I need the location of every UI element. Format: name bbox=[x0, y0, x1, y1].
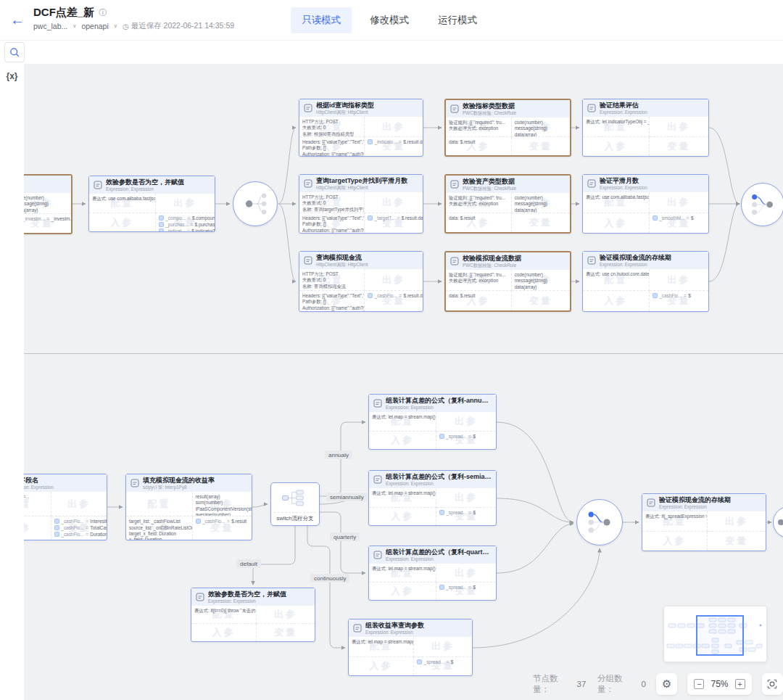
switch-node-label: switch流程分支 bbox=[274, 512, 316, 522]
node-expr-spread-semiannually[interactable]: 组装计算点差的公式（复利-semiannually） Expression: E… bbox=[368, 470, 497, 526]
variables-icon[interactable]: {x} bbox=[6, 71, 17, 700]
node-input-quadrant: 入参 target_list: _cashFlowListsource_list… bbox=[126, 516, 193, 540]
node-config-line: 名称: 查询模拟现金流 bbox=[302, 284, 361, 289]
param-row: _spread...=$ bbox=[439, 434, 493, 439]
canvas-toolbar bbox=[0, 41, 783, 64]
node-switch-branch[interactable]: switch流程分支 bbox=[270, 482, 320, 526]
search-button[interactable] bbox=[4, 42, 25, 62]
node-title: 验证平滑月数 bbox=[600, 177, 647, 184]
watermark-output: 出参 bbox=[257, 606, 315, 623]
tab-edit-mode[interactable]: 修改模式 bbox=[359, 7, 420, 33]
node-config-line: 名称: 查询targetType并找到平滑... bbox=[302, 207, 361, 213]
node-type-icon bbox=[373, 399, 382, 408]
node-fanin-lower[interactable] bbox=[576, 499, 623, 545]
node-title: 验证结果评估 bbox=[600, 102, 647, 109]
node-body: 配置 HTTP方法: POST失败重试: 0名称: 根据id查询指标类型Conn… bbox=[299, 117, 423, 156]
node-check-params-lower[interactable]: 效验参数是否为空，并赋值 Expression: Expression 配置 表… bbox=[191, 588, 315, 642]
breadcrumb-module[interactable]: openapi bbox=[81, 22, 108, 30]
node-expr-build-yield-query[interactable]: 组装收益率查询参数 Expression: Expression 配置 表达式:… bbox=[348, 619, 473, 676]
node-output-quadrant: 出参 bbox=[51, 492, 107, 516]
connector-dot-icon bbox=[774, 508, 783, 537]
node-title: 根据id查询指标类型 bbox=[316, 102, 374, 109]
last-saved: ◷ 最近保存 2022-06-21 14:35:59 bbox=[123, 21, 234, 31]
node-check-indicator-type[interactable]: 效验指标类型数据 PWC数据校验: CheckRule 配置 验证规则: [{ … bbox=[444, 99, 571, 157]
node-config-line: HTTP方法: POST bbox=[302, 194, 361, 200]
node-input-quadrant: 入参 bbox=[369, 582, 436, 600]
node-config-line: 表达式: use cn.hutool.core.date... bbox=[586, 271, 646, 277]
node-type-icon bbox=[373, 475, 382, 484]
node-config-quadrant: 配置 HTTP方法: POST失败重试: 0名称: 查询模拟现金流Connect… bbox=[299, 269, 365, 291]
search-icon bbox=[9, 46, 20, 58]
param-tag-icon bbox=[54, 519, 59, 524]
tab-read-only-mode[interactable]: 只读模式 bbox=[291, 7, 352, 33]
fanin-icon bbox=[579, 501, 621, 543]
node-variable-quadrant: 变量 _spread...=$ bbox=[436, 508, 496, 525]
node-header: 效验参数是否为空，并赋值 Expression: Expression bbox=[89, 176, 215, 194]
node-header: 验证模拟现金流的存续期 Expression: Expression bbox=[642, 494, 766, 511]
watermark-input: 入参 bbox=[89, 213, 155, 231]
node-config-quadrant: 配置 表达式: if(_spreadExpression == ... bbox=[642, 511, 708, 532]
node-fanout-upper[interactable] bbox=[233, 181, 278, 226]
node-expr-verify-smooth-months[interactable]: 验证平滑月数 Expression: Expression 配置 表达式: us… bbox=[582, 174, 709, 234]
node-title: 效验指标类型数据 bbox=[463, 102, 516, 110]
flow-canvas[interactable]: 配置 出参 code(number)message(string)data(ar… bbox=[0, 64, 783, 700]
settings-button[interactable]: ⚙ bbox=[656, 673, 677, 695]
watermark-variable: 变量 bbox=[512, 213, 570, 232]
watermark-output: 出参 bbox=[436, 488, 496, 507]
node-expr-spread-quarterly[interactable]: 组装计算点差的公式（复利-quarterly） Expression: Expr… bbox=[368, 545, 497, 601]
param-row: _smoothM...=$ bbox=[652, 215, 705, 221]
minimap[interactable] bbox=[663, 606, 767, 662]
node-config-line: 名称: 根据id查询指标类型 bbox=[302, 131, 361, 137]
node-count-label: 节点数量： bbox=[533, 673, 574, 695]
group-count-value: 0 bbox=[642, 680, 646, 688]
node-type-icon bbox=[94, 181, 102, 189]
node-expr-verify-duration-lower[interactable]: 验证模拟现金流的存续期 Expression: Expression 配置 表达… bbox=[642, 493, 766, 551]
node-output-quadrant: 出参 bbox=[650, 269, 708, 291]
node-input-quadrant: 入参 data: $.result bbox=[446, 291, 512, 310]
node-check-asset-type[interactable]: 效验资产类型数据 PWC数据校验: CheckRule 配置 验证规则: [{ … bbox=[444, 174, 571, 234]
node-title: 组装计算点差的公式（复利-annualy） bbox=[386, 397, 492, 404]
param-row: _purchas...=$.purchase... bbox=[159, 222, 212, 227]
zoom-in-button[interactable]: + bbox=[735, 679, 745, 689]
node-check-cashflow[interactable]: 校验模拟现金流数据 PWC数据校验: CheckRule 配置 验证规则: [{… bbox=[444, 251, 571, 312]
node-input-quadrant: 入参 Headers: [{"valueType":"Text","n...Pa… bbox=[299, 137, 365, 156]
node-config-line: 表达式: let indicatorTypeObj = _i... bbox=[586, 119, 646, 125]
node-http-query-indicator-type[interactable]: 根据id查询指标类型 HttpClient调用: HttpClient 配置 H… bbox=[299, 99, 423, 157]
param-row: _targetT...=$.result.data bbox=[368, 215, 420, 221]
node-expr-verify-duration-upper[interactable]: 验证模拟现金流的存续期 Expression: Expression 配置 表达… bbox=[582, 251, 709, 312]
node-type-icon bbox=[130, 479, 139, 487]
node-config-line: target_x_field: Duration bbox=[129, 531, 189, 537]
node-connector-right-partial[interactable] bbox=[773, 506, 783, 538]
node-body: 配置 表达式: let map = stream.map()... 出参 入参 … bbox=[369, 412, 496, 449]
fit-view-button[interactable] bbox=[762, 673, 783, 695]
back-button[interactable]: ← bbox=[10, 6, 25, 33]
minimap-viewport[interactable] bbox=[696, 615, 744, 656]
node-output-quadrant: 出参 bbox=[650, 117, 708, 137]
node-http-query-target-type[interactable]: 查询targetType并找到平滑月数 HttpClient调用: HttpCl… bbox=[299, 174, 423, 234]
node-expr-spread-annually[interactable]: 组装计算点差的公式（复利-annualy） Expression: Expres… bbox=[368, 394, 497, 450]
param-tag-icon bbox=[368, 293, 373, 298]
node-fanin-upper[interactable] bbox=[741, 183, 783, 226]
node-body: 配置 表达式: use cn.hutool.core.date... 出参 入参… bbox=[583, 269, 708, 311]
node-header: 验证模拟现金流的存续期 Expression: Expression bbox=[583, 252, 708, 269]
node-expr-verify-result[interactable]: 验证结果评估 Expression: Expression 配置 表达式: le… bbox=[582, 99, 709, 157]
node-config-line: data: $.result bbox=[449, 293, 508, 299]
node-subtitle: Expression: Expression bbox=[659, 504, 731, 509]
node-config-quadrant: 配置 HTTP方法: POST失败重试: 0名称: 根据id查询指标类型Conn… bbox=[299, 117, 365, 137]
node-check-params-upper[interactable]: 效验参数是否为空，并赋值 Expression: Expression 配置 表… bbox=[88, 176, 215, 232]
watermark-variable: 变量 bbox=[512, 137, 570, 155]
node-header: 效验资产类型数据 PWC数据校验: CheckRule bbox=[446, 176, 570, 193]
node-variable-quadrant: 变量 bbox=[650, 137, 708, 156]
node-interp-fill-yield[interactable]: 填充模拟现金流的收益率 scipy计算: interp1Py8 配置 出参 re… bbox=[125, 474, 252, 540]
breadcrumb-project[interactable]: pwc_lab... bbox=[33, 22, 67, 30]
node-output-quadrant: 出参 code(number)message(string)data(array… bbox=[512, 193, 570, 213]
nodes-layer: 配置 出参 code(number)message(string)data(ar… bbox=[0, 64, 783, 700]
param-row: _indicat...=$.indicatorT... bbox=[159, 228, 212, 231]
tab-run-mode[interactable]: 运行模式 bbox=[427, 7, 488, 33]
node-output-quadrant: 出参 bbox=[708, 511, 766, 532]
zoom-out-button[interactable]: − bbox=[694, 679, 704, 689]
param-tag-icon bbox=[368, 139, 373, 144]
watermark-output: 出参 bbox=[436, 412, 496, 431]
node-http-query-cashflow[interactable]: 查询模拟现金流 HttpClient调用: HttpClient 配置 HTTP… bbox=[299, 251, 423, 312]
node-header: 校验模拟现金流数据 PWC数据校验: CheckRule bbox=[446, 252, 570, 270]
